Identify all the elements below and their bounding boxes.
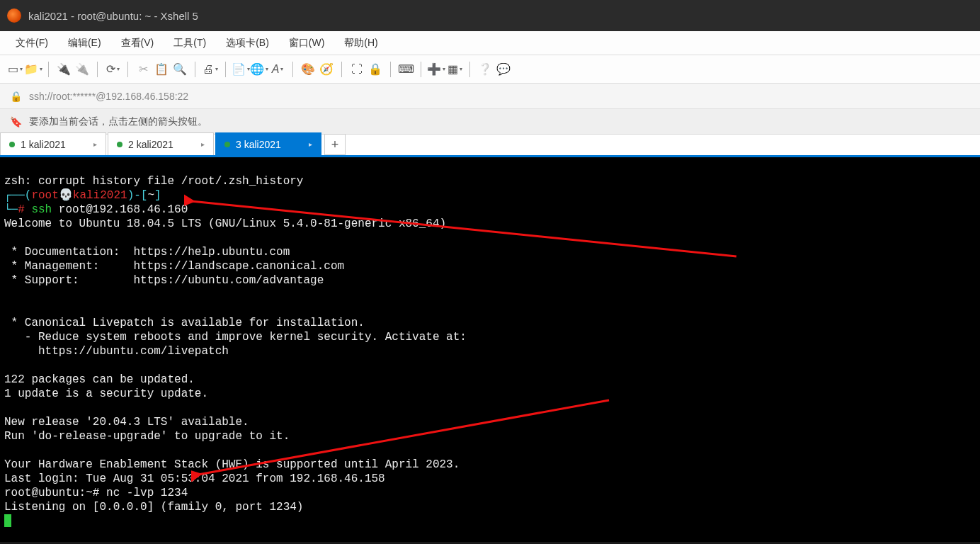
- menu-tools[interactable]: 工具(T): [164, 34, 216, 52]
- term-line: 1 update is a security update.: [4, 387, 208, 400]
- menu-window[interactable]: 窗口(W): [279, 34, 335, 52]
- reconnect-icon[interactable]: ⟳: [105, 62, 120, 77]
- layout-icon[interactable]: ▦: [447, 62, 462, 77]
- separator: [225, 62, 226, 77]
- separator: [97, 62, 98, 77]
- color-icon[interactable]: 🎨: [300, 62, 316, 77]
- menu-file[interactable]: 文件(F): [6, 34, 58, 52]
- app-icon: [7, 8, 21, 23]
- tab-strip: 1 kali2021 ▸ 2 kali2021 ▸ 3 kali2021 ▸ +: [0, 135, 980, 157]
- menu-help[interactable]: 帮助(H): [334, 34, 387, 52]
- globe-icon[interactable]: 🌐: [251, 62, 267, 77]
- tab-2[interactable]: 2 kali2021 ▸: [108, 132, 214, 155]
- term-line: Welcome to Ubuntu 18.04.5 LTS (GNU/Linux…: [4, 217, 446, 230]
- toolbar: ▭ 📁 🔌 🔌 ⟳ ✂ 📋 🔍 🖨 📄 🌐 A 🎨 🧭 ⛶ 🔒 ⌨ ➕ ▦ ❔ …: [0, 55, 980, 84]
- term-line: Listening on [0.0.0.0] (family 0, port 1…: [4, 501, 303, 514]
- prompt-bracket: ]: [154, 189, 161, 202]
- prompt-user: root💀kali2021: [31, 189, 127, 202]
- open-folder-icon[interactable]: 📁: [25, 62, 41, 77]
- status-dot-icon: [9, 142, 15, 147]
- menu-edit[interactable]: 编辑(E): [58, 34, 111, 52]
- help-icon[interactable]: ❔: [477, 62, 493, 77]
- fullscreen-icon[interactable]: ⛶: [349, 62, 365, 77]
- close-icon[interactable]: ▸: [201, 140, 205, 148]
- separator: [292, 62, 293, 77]
- separator: [469, 62, 470, 77]
- term-line: * Support: https://ubuntu.com/advantage: [4, 274, 324, 287]
- hint-text: 要添加当前会话，点击左侧的箭头按钮。: [29, 115, 207, 128]
- terminal[interactable]: zsh: corrupt history file /root/.zsh_his…: [0, 157, 980, 542]
- add-icon[interactable]: ➕: [428, 62, 444, 77]
- term-line: * Management: https://landscape.canonica…: [4, 260, 344, 273]
- paste-icon[interactable]: 📋: [154, 62, 169, 77]
- chat-icon[interactable]: 💬: [496, 62, 511, 77]
- prompt-bracket: )-[: [127, 189, 148, 202]
- disconnect-icon[interactable]: 🔌: [74, 62, 90, 77]
- ssh-cmd: ssh: [31, 203, 52, 216]
- term-line: https://ubuntu.com/livepatch: [4, 345, 229, 358]
- separator: [341, 62, 342, 77]
- menu-view[interactable]: 查看(V): [111, 34, 164, 52]
- separator: [390, 62, 391, 77]
- nc-command: nc -lvp 1234: [106, 487, 188, 499]
- address-text[interactable]: ssh://root:******@192.168.46.158:22: [29, 91, 188, 102]
- address-bar: 🔒 ssh://root:******@192.168.46.158:22: [0, 84, 980, 109]
- term-line: Last login: Tue Aug 31 05:53:04 2021 fro…: [4, 472, 385, 485]
- close-icon[interactable]: ▸: [93, 140, 97, 148]
- copy-icon[interactable]: ✂: [135, 62, 151, 77]
- prompt-hash: #: [18, 203, 31, 216]
- compass-icon[interactable]: 🧭: [319, 62, 334, 77]
- term-line: * Documentation: https://help.ubuntu.com: [4, 246, 290, 259]
- close-icon[interactable]: ▸: [309, 140, 312, 148]
- menu-bar: 文件(F) 编辑(E) 查看(V) 工具(T) 选项卡(B) 窗口(W) 帮助(…: [0, 31, 980, 55]
- window-title: kali2021 - root@ubuntu: ~ - Xshell 5: [28, 10, 198, 22]
- font-icon[interactable]: A: [270, 62, 285, 77]
- prompt-path: ~: [147, 189, 154, 202]
- separator: [195, 62, 195, 77]
- separator: [127, 62, 128, 77]
- ssh-args: root@192.168.46.160: [52, 203, 188, 216]
- term-line: 122 packages can be updated.: [4, 373, 195, 386]
- term-line: Your Hardware Enablement Stack (HWE) is …: [4, 458, 460, 471]
- tab-label: 3 kali2021: [236, 139, 281, 150]
- menu-tabs[interactable]: 选项卡(B): [216, 34, 279, 52]
- title-bar: kali2021 - root@ubuntu: ~ - Xshell 5: [0, 0, 980, 31]
- connect-icon[interactable]: 🔌: [56, 62, 72, 77]
- new-tab-button[interactable]: +: [324, 134, 346, 155]
- properties-icon[interactable]: 📄: [233, 62, 249, 77]
- prompt-bracket: ┌──(: [4, 189, 31, 202]
- tab-1[interactable]: 1 kali2021 ▸: [0, 132, 106, 155]
- bookmark-icon[interactable]: 🔖: [10, 116, 22, 128]
- separator: [48, 62, 49, 77]
- tab-label: 2 kali2021: [128, 139, 173, 150]
- lock-small-icon: 🔒: [10, 91, 22, 102]
- ubuntu-prompt: root@ubuntu:~#: [4, 487, 106, 499]
- hint-bar: 🔖 要添加当前会话，点击左侧的箭头按钮。: [0, 109, 980, 135]
- prompt-line2: └─: [4, 203, 18, 216]
- tab-3-active[interactable]: 3 kali2021 ▸: [215, 132, 321, 155]
- separator: [421, 62, 421, 77]
- print-icon[interactable]: 🖨: [203, 62, 218, 77]
- keyboard-icon[interactable]: ⌨: [398, 62, 414, 77]
- term-line: - Reduce system reboots and improve kern…: [4, 331, 467, 344]
- lock-icon[interactable]: 🔒: [368, 62, 383, 77]
- status-dot-icon: [117, 142, 122, 147]
- new-session-icon[interactable]: ▭: [7, 62, 23, 77]
- search-icon[interactable]: 🔍: [172, 62, 188, 77]
- term-line: New release '20.04.3 LTS' available.: [4, 416, 249, 429]
- tab-label: 1 kali2021: [21, 139, 66, 150]
- cursor: [4, 514, 11, 527]
- plus-icon: +: [331, 137, 339, 152]
- term-line: * Canonical Livepatch is available for i…: [4, 317, 365, 329]
- status-dot-icon: [224, 142, 230, 147]
- term-line: zsh: corrupt history file /root/.zsh_his…: [4, 175, 303, 188]
- term-line: Run 'do-release-upgrade' to upgrade to i…: [4, 430, 290, 443]
